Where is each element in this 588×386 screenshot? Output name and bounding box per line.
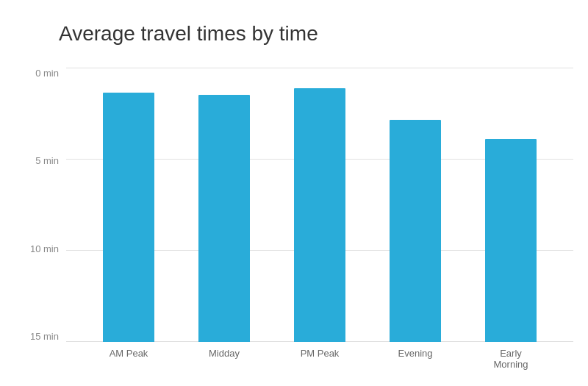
y-axis: 15 min10 min5 min0 min [22, 68, 66, 371]
bars-wrapper [66, 68, 573, 342]
bar [390, 120, 441, 342]
bar-column [294, 68, 345, 342]
bar-column [485, 68, 537, 342]
chart-container: Average travel times by time 15 min10 mi… [0, 0, 588, 386]
x-axis-label: Early Morning [485, 348, 537, 370]
bar [103, 93, 154, 342]
x-axis-label: PM Peak [294, 348, 345, 359]
y-axis-label: 10 min [22, 243, 66, 254]
y-axis-label: 5 min [22, 155, 66, 166]
chart-title: Average travel times by time [59, 22, 573, 46]
bars-and-grid [66, 68, 573, 342]
x-axis-label: Midday [198, 348, 250, 359]
bar [198, 95, 250, 342]
bar [485, 139, 537, 342]
x-axis-label: Evening [390, 348, 441, 359]
y-axis-label: 15 min [22, 331, 66, 342]
bar-column [198, 68, 250, 342]
bar [294, 88, 345, 342]
y-axis-label: 0 min [22, 68, 66, 79]
chart-inner: AM PeakMiddayPM PeakEveningEarly Morning [66, 68, 573, 371]
chart-area: 15 min10 min5 min0 min AM PeakMiddayPM P… [22, 68, 573, 371]
bar-column [390, 68, 441, 342]
x-labels: AM PeakMiddayPM PeakEveningEarly Morning [66, 342, 573, 371]
x-axis-label: AM Peak [103, 348, 154, 359]
bar-column [103, 68, 154, 342]
